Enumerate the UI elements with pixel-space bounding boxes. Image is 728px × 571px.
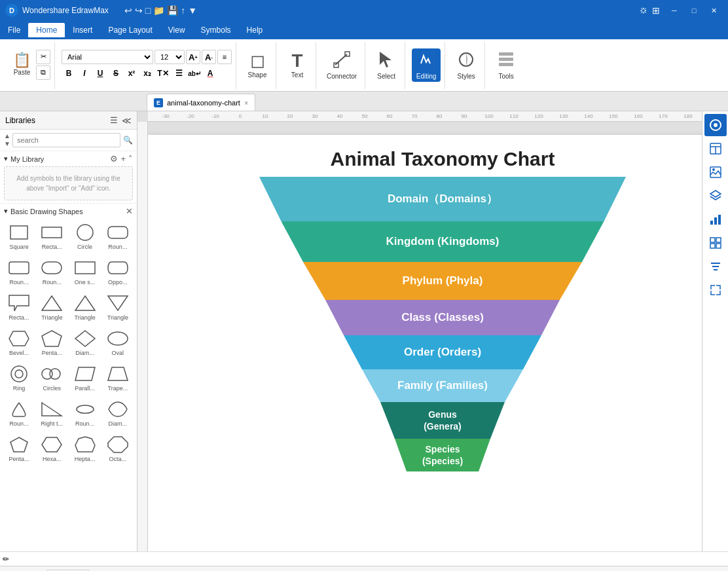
shape-item-heptagon[interactable]: Hepta... [70, 432, 100, 465]
canvas-area[interactable]: Animal Taxonomy Chart Domain（Domains）Kin… [148, 122, 702, 551]
my-library-settings-btn[interactable]: ⚙ [110, 154, 118, 164]
shape-item-triangle3[interactable]: Triangle [103, 291, 133, 323]
shape-item-rounded-shape[interactable]: Roun... [70, 397, 100, 430]
save-btn[interactable]: 💾 [167, 5, 178, 16]
shape-item-rounded-corner2[interactable]: Roun... [37, 255, 67, 288]
font-grow-btn[interactable]: A+ [186, 50, 200, 64]
shapes-grid: SquareRecta...CircleRoun...Roun...Roun..… [4, 220, 133, 465]
list-btn[interactable]: ☰ [172, 66, 186, 81]
shape-item-parallelogram[interactable]: Parall... [70, 361, 100, 394]
italic-btn[interactable]: I [77, 66, 92, 81]
right-image-btn[interactable] [704, 161, 727, 183]
right-table-btn[interactable] [704, 138, 727, 160]
shapes-close-btn[interactable]: ✕ [126, 206, 133, 216]
grid-btn[interactable]: ⊞ [652, 5, 660, 16]
my-library-add-btn[interactable]: + [120, 154, 126, 164]
shape-item-rectangle[interactable]: Recta... [37, 220, 67, 253]
shape-item-oval[interactable]: Oval [103, 326, 133, 359]
shape-item-rounded-corner[interactable]: Roun... [4, 255, 34, 288]
open-btn[interactable]: 📁 [153, 5, 164, 16]
superscript-btn[interactable]: x² [124, 66, 139, 81]
strikethrough-btn[interactable]: S [109, 66, 123, 81]
tools-btn[interactable]: Tools [492, 48, 520, 82]
editing-btn[interactable]: Editing [412, 48, 441, 82]
text-btn[interactable]: T Text [283, 50, 312, 81]
font-family-select[interactable]: Arial [62, 50, 153, 64]
redo-btn[interactable]: ↪ [135, 5, 143, 16]
cut-btn[interactable]: ✂ [36, 50, 50, 64]
new-btn[interactable]: □ [145, 5, 151, 16]
select-btn[interactable]: Select [372, 48, 401, 82]
share-btn[interactable]: ↑ [181, 5, 185, 16]
menu-file[interactable]: File [0, 23, 28, 37]
nav-down-btn[interactable]: ▼ [4, 140, 10, 148]
shape-btn[interactable]: ◻ Shape [243, 50, 272, 81]
right-align-btn[interactable] [704, 255, 727, 278]
shape-item-one-side[interactable]: One s... [70, 255, 100, 288]
palette-edit-btn[interactable]: ✏ [3, 555, 9, 564]
font-size-select[interactable]: 12 [155, 50, 185, 64]
menu-view[interactable]: View [160, 23, 193, 37]
shape-item-trapezoid[interactable]: Trape... [103, 361, 133, 394]
menu-insert[interactable]: Insert [65, 23, 100, 37]
tab-close-btn[interactable]: × [244, 99, 248, 107]
dropdown-btn[interactable]: ▼ [188, 5, 197, 16]
shape-item-triangle2[interactable]: Triangle [70, 291, 100, 323]
wrap-btn[interactable]: ab↵ [187, 66, 202, 81]
search-icon[interactable]: 🔍 [123, 136, 133, 145]
text-group: T Text [279, 42, 316, 89]
shape-item-rounded-rect[interactable]: Roun... [103, 220, 133, 253]
search-input[interactable] [12, 133, 120, 147]
align-btn[interactable]: ≡ [217, 50, 232, 64]
menu-home[interactable]: Home [28, 23, 65, 37]
menu-help[interactable]: Help [239, 23, 271, 37]
shape-item-triangle[interactable]: Triangle [37, 291, 67, 323]
customize-btn[interactable]: ⛭ [639, 5, 648, 16]
font-shrink-btn[interactable]: A- [202, 50, 216, 64]
shape-item-rect-callout[interactable]: Recta... [4, 291, 34, 323]
shape-item-circles[interactable]: Circles [37, 361, 67, 394]
menu-symbols[interactable]: Symbols [193, 23, 239, 37]
bold-btn[interactable]: B [62, 66, 76, 81]
right-layers-btn[interactable] [704, 185, 727, 207]
shape-item-bevel[interactable]: Bevel... [4, 326, 34, 359]
shape-item-diamond[interactable]: Diam... [70, 326, 100, 359]
my-library-collapse-btn[interactable]: ˄ [128, 154, 133, 164]
font-color-btn[interactable]: A [203, 66, 217, 81]
right-diagram-btn[interactable] [704, 114, 727, 136]
document-tab[interactable]: E animal-taxonomy-chart × [147, 94, 255, 111]
shape-item-rounded-triangle[interactable]: Roun... [4, 397, 34, 430]
right-chart-btn[interactable] [704, 208, 727, 230]
shape-item-square[interactable]: Square [4, 220, 34, 253]
subscript-btn[interactable]: x₂ [140, 66, 155, 81]
shape-item-ring[interactable]: Ring [4, 361, 34, 394]
undo-btn[interactable]: ↩ [124, 5, 132, 16]
shapes-chevron[interactable]: ▾ [4, 207, 8, 215]
shape-item-circle[interactable]: Circle [70, 220, 100, 253]
styles-btn[interactable]: Styles [452, 48, 481, 82]
shape-item-diamond2[interactable]: Diam... [103, 397, 133, 430]
right-expand-btn[interactable] [704, 279, 727, 301]
close-btn[interactable]: ✕ [704, 3, 723, 18]
paste-btn[interactable]: 📋 Paste [9, 51, 35, 78]
clear-format-btn[interactable]: T✕ [156, 66, 170, 81]
funnel-label-3: Class (Classes) [376, 310, 509, 325]
right-grid-btn[interactable] [704, 232, 727, 254]
libraries-menu-btn[interactable]: ☰ [110, 115, 118, 125]
canvas[interactable]: Animal Taxonomy Chart Domain（Domains）Kin… [148, 135, 702, 551]
shape-item-hexagon[interactable]: Hexa... [37, 432, 67, 465]
connector-btn[interactable]: Connector [323, 48, 361, 82]
nav-up-btn[interactable]: ▲ [4, 132, 10, 140]
shape-item-pentagon[interactable]: Penta... [37, 326, 67, 359]
shape-item-opposite[interactable]: Oppo... [103, 255, 133, 288]
copy-btn[interactable]: ⧉ [36, 65, 50, 80]
shape-item-pentagon2[interactable]: Penta... [4, 432, 34, 465]
libraries-collapse-btn[interactable]: ≪ [122, 115, 132, 126]
maximize-btn[interactable]: □ [685, 3, 703, 18]
my-library-chevron[interactable]: ▾ [4, 155, 8, 163]
minimize-btn[interactable]: ─ [665, 3, 683, 18]
shape-item-octagon[interactable]: Octa... [103, 432, 133, 465]
menu-page-layout[interactable]: Page Layout [100, 23, 160, 37]
shape-item-right-triangle[interactable]: Right t... [37, 397, 67, 430]
underline-btn[interactable]: U [93, 66, 107, 81]
